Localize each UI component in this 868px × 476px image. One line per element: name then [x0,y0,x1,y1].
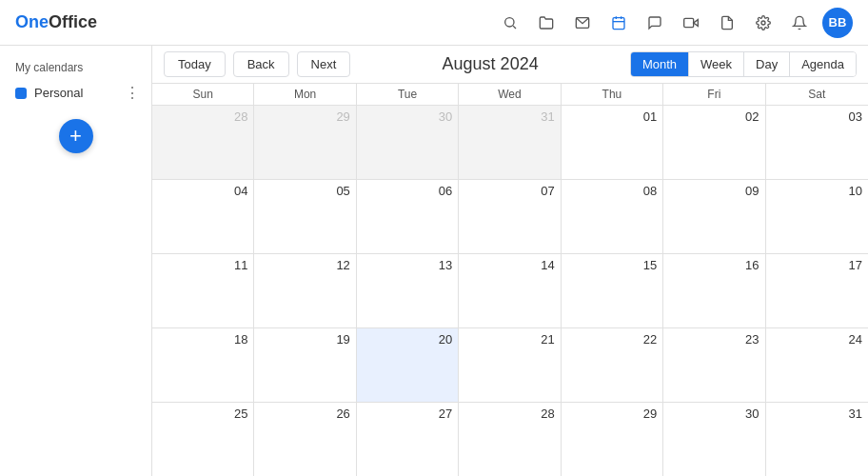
calendar-cell[interactable]: 16 [663,254,765,327]
calendar-cell[interactable]: 31 [459,106,561,179]
cell-day-number: 23 [669,332,759,347]
calendar-cell[interactable]: 01 [562,106,663,179]
calendar-cell[interactable]: 21 [459,328,561,402]
day-header-thu: Thu [562,84,663,105]
calendar-cell[interactable]: 20 [357,328,459,402]
calendar-area: Today Back Next August 2024 Month Week D… [152,46,868,476]
sidebar-item-personal[interactable]: Personal ⋮ [4,80,148,106]
svg-rect-8 [684,18,694,27]
view-week-button[interactable]: Week [689,52,744,76]
calendar-cell[interactable]: 03 [766,106,868,179]
day-header-tue: Tue [357,84,459,105]
calendar-cell[interactable]: 13 [357,254,459,327]
calendar-cell[interactable]: 28 [152,106,254,179]
cell-day-number: 16 [669,258,759,272]
cell-day-number: 02 [669,109,759,124]
calendar-row-0: 28293031010203 [152,106,868,180]
calendar-cell[interactable]: 09 [663,180,765,253]
day-headers: SunMonTueWedThuFriSat [152,84,868,106]
cell-day-number: 31 [772,407,862,421]
mail-icon[interactable] [569,10,596,36]
personal-calendar-label: Personal [34,86,83,100]
cell-day-number: 26 [260,407,349,421]
calendar-cell[interactable]: 31 [766,403,868,476]
calendar-cell[interactable]: 07 [459,180,561,253]
docs-icon[interactable] [714,10,740,36]
day-header-sun: Sun [152,84,254,105]
cell-day-number: 28 [464,407,554,421]
settings-icon[interactable] [750,10,777,36]
calendar-cell[interactable]: 29 [254,106,356,179]
cell-day-number: 08 [567,184,657,198]
cell-day-number: 31 [464,109,554,124]
back-button[interactable]: Back [233,51,289,77]
calendar-cell[interactable]: 30 [357,106,459,179]
svg-point-0 [505,17,514,26]
calendar-cell[interactable]: 23 [663,328,765,402]
calendar-cell[interactable]: 26 [254,403,356,476]
main-layout: My calendars Personal ⋮ + Today Back Nex… [0,46,868,476]
cell-day-number: 25 [158,407,247,421]
calendar-cell[interactable]: 27 [357,403,459,476]
calendar-cell[interactable]: 10 [766,180,868,253]
calendar-cell[interactable]: 22 [562,328,663,402]
cell-day-number: 29 [567,407,657,421]
calendar-cell[interactable]: 04 [152,180,254,253]
calendar-cell[interactable]: 25 [152,403,254,476]
svg-point-9 [761,21,765,25]
calendar-cell[interactable]: 17 [766,254,868,327]
cell-day-number: 11 [158,258,247,272]
personal-more-icon[interactable]: ⋮ [125,84,140,102]
sidebar: My calendars Personal ⋮ + [0,46,152,476]
logo-one: One [15,12,49,31]
add-event-button[interactable]: + [59,119,93,153]
view-agenda-button[interactable]: Agenda [790,52,856,76]
video-icon[interactable] [678,10,704,36]
calendar-cell[interactable]: 06 [357,180,459,253]
cell-day-number: 07 [464,184,554,198]
cell-day-number: 24 [772,332,862,347]
personal-calendar-dot [15,88,27,99]
cell-day-number: 14 [464,258,554,272]
cell-day-number: 29 [260,109,349,124]
toolbar-left: Today Back Next [164,51,350,77]
calendar-cell[interactable]: 28 [459,403,561,476]
cell-day-number: 15 [567,258,657,272]
cell-day-number: 10 [772,184,862,198]
calendar-cell[interactable]: 29 [562,403,663,476]
cell-day-number: 12 [260,258,349,272]
cell-day-number: 20 [363,332,452,347]
calendar-cell[interactable]: 14 [459,254,561,327]
cell-day-number: 30 [669,407,759,421]
day-header-mon: Mon [254,84,356,105]
cell-day-number: 27 [363,407,452,421]
calendar-cell[interactable]: 18 [152,328,254,402]
cell-day-number: 03 [772,109,862,124]
calendar-cell[interactable]: 11 [152,254,254,327]
avatar[interactable]: BB [822,8,853,38]
calendar-row-3: 18192021222324 [152,328,868,403]
calendar-grid: SunMonTueWedThuFriSat 282930310102030405… [152,84,868,476]
calendar-rows: 2829303101020304050607080910111213141516… [152,106,868,476]
next-button[interactable]: Next [297,51,351,77]
cell-day-number: 06 [363,184,452,198]
folder-icon[interactable] [533,10,560,36]
calendar-cell[interactable]: 30 [663,403,765,476]
today-button[interactable]: Today [164,51,226,77]
search-icon[interactable] [497,10,523,36]
calendar-cell[interactable]: 19 [254,328,356,402]
calendar-cell[interactable]: 15 [562,254,663,327]
calendar-cell[interactable]: 02 [663,106,765,179]
chat-icon[interactable] [641,10,668,36]
calendar-cell[interactable]: 12 [254,254,356,327]
calendar-cell[interactable]: 08 [562,180,663,253]
bell-icon[interactable] [786,10,813,36]
calendar-nav-icon[interactable] [605,10,632,36]
view-month-button[interactable]: Month [631,52,689,76]
view-day-button[interactable]: Day [744,52,790,76]
calendar-cell[interactable]: 24 [766,328,868,402]
calendar-cell[interactable]: 05 [254,180,356,253]
nav-icons: BB [497,8,853,38]
view-switcher: Month Week Day Agenda [630,51,857,77]
svg-rect-3 [613,17,624,29]
